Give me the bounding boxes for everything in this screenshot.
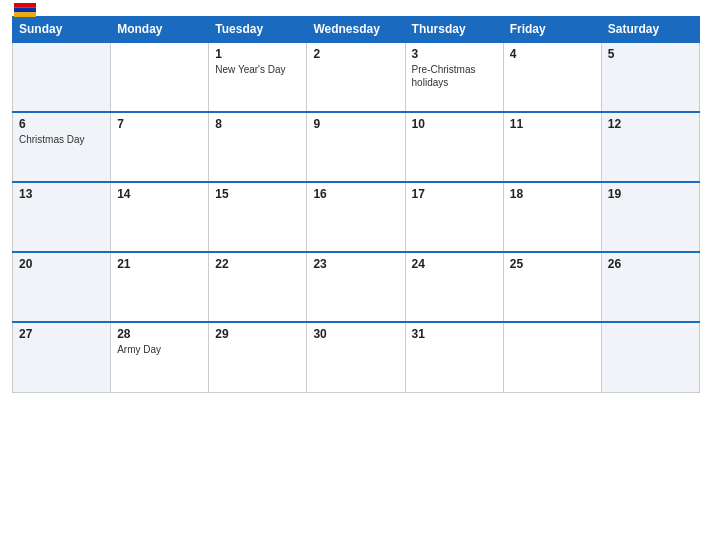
day-number: 16	[313, 187, 398, 201]
calendar-cell: 21	[111, 252, 209, 322]
day-number: 6	[19, 117, 104, 131]
calendar-week-row: 13141516171819	[13, 182, 700, 252]
calendar-cell: 9	[307, 112, 405, 182]
svg-rect-2	[14, 12, 36, 17]
day-number: 2	[313, 47, 398, 61]
day-number: 30	[313, 327, 398, 341]
calendar-cell: 14	[111, 182, 209, 252]
day-number: 15	[215, 187, 300, 201]
calendar-cell: 22	[209, 252, 307, 322]
day-number: 5	[608, 47, 693, 61]
calendar-cell: 25	[503, 252, 601, 322]
weekday-header-wednesday: Wednesday	[307, 17, 405, 43]
logo	[12, 3, 36, 17]
day-number: 27	[19, 327, 104, 341]
day-number: 21	[117, 257, 202, 271]
calendar-cell: 11	[503, 112, 601, 182]
day-number: 3	[412, 47, 497, 61]
calendar-cell: 2	[307, 42, 405, 112]
calendar-cell: 4	[503, 42, 601, 112]
svg-rect-0	[14, 3, 36, 8]
calendar-cell	[503, 322, 601, 392]
day-number: 29	[215, 327, 300, 341]
calendar-week-row: 20212223242526	[13, 252, 700, 322]
day-number: 7	[117, 117, 202, 131]
holiday-name: New Year's Day	[215, 63, 300, 76]
calendar-cell: 13	[13, 182, 111, 252]
calendar-cell: 18	[503, 182, 601, 252]
day-number: 22	[215, 257, 300, 271]
day-number: 1	[215, 47, 300, 61]
holiday-name: Christmas Day	[19, 133, 104, 146]
calendar-cell: 1New Year's Day	[209, 42, 307, 112]
calendar-cell: 31	[405, 322, 503, 392]
calendar-cell: 30	[307, 322, 405, 392]
weekday-header-friday: Friday	[503, 17, 601, 43]
holiday-name: Army Day	[117, 343, 202, 356]
weekday-header-tuesday: Tuesday	[209, 17, 307, 43]
weekday-header-saturday: Saturday	[601, 17, 699, 43]
day-number: 19	[608, 187, 693, 201]
day-number: 13	[19, 187, 104, 201]
calendar-cell: 15	[209, 182, 307, 252]
calendar-cell: 24	[405, 252, 503, 322]
holiday-name: Pre-Christmas holidays	[412, 63, 497, 89]
calendar-cell: 12	[601, 112, 699, 182]
svg-rect-1	[14, 8, 36, 13]
day-number: 4	[510, 47, 595, 61]
weekday-header-thursday: Thursday	[405, 17, 503, 43]
day-number: 31	[412, 327, 497, 341]
day-number: 11	[510, 117, 595, 131]
day-number: 18	[510, 187, 595, 201]
calendar-cell: 26	[601, 252, 699, 322]
day-number: 28	[117, 327, 202, 341]
day-number: 26	[608, 257, 693, 271]
calendar-thead: SundayMondayTuesdayWednesdayThursdayFrid…	[13, 17, 700, 43]
calendar-cell: 3Pre-Christmas holidays	[405, 42, 503, 112]
day-number: 10	[412, 117, 497, 131]
calendar-cell: 7	[111, 112, 209, 182]
weekday-header-sunday: Sunday	[13, 17, 111, 43]
day-number: 20	[19, 257, 104, 271]
calendar-week-row: 6Christmas Day789101112	[13, 112, 700, 182]
logo-flag-icon	[14, 3, 36, 17]
calendar-cell: 8	[209, 112, 307, 182]
day-number: 9	[313, 117, 398, 131]
calendar-body: 1New Year's Day23Pre-Christmas holidays4…	[13, 42, 700, 392]
calendar-cell: 19	[601, 182, 699, 252]
day-number: 14	[117, 187, 202, 201]
calendar-container: SundayMondayTuesdayWednesdayThursdayFrid…	[0, 0, 712, 550]
day-number: 12	[608, 117, 693, 131]
weekday-header-row: SundayMondayTuesdayWednesdayThursdayFrid…	[13, 17, 700, 43]
calendar-cell	[601, 322, 699, 392]
day-number: 17	[412, 187, 497, 201]
calendar-cell: 5	[601, 42, 699, 112]
calendar-cell: 27	[13, 322, 111, 392]
day-number: 8	[215, 117, 300, 131]
calendar-cell: 29	[209, 322, 307, 392]
calendar-cell: 28Army Day	[111, 322, 209, 392]
weekday-header-monday: Monday	[111, 17, 209, 43]
calendar-cell: 6Christmas Day	[13, 112, 111, 182]
calendar-week-row: 2728Army Day293031	[13, 322, 700, 392]
calendar-cell: 16	[307, 182, 405, 252]
calendar-cell: 20	[13, 252, 111, 322]
calendar-cell: 10	[405, 112, 503, 182]
calendar-cell: 17	[405, 182, 503, 252]
calendar-cell: 23	[307, 252, 405, 322]
calendar-cell	[13, 42, 111, 112]
day-number: 25	[510, 257, 595, 271]
calendar-week-row: 1New Year's Day23Pre-Christmas holidays4…	[13, 42, 700, 112]
day-number: 23	[313, 257, 398, 271]
day-number: 24	[412, 257, 497, 271]
calendar-table: SundayMondayTuesdayWednesdayThursdayFrid…	[12, 16, 700, 393]
calendar-cell	[111, 42, 209, 112]
